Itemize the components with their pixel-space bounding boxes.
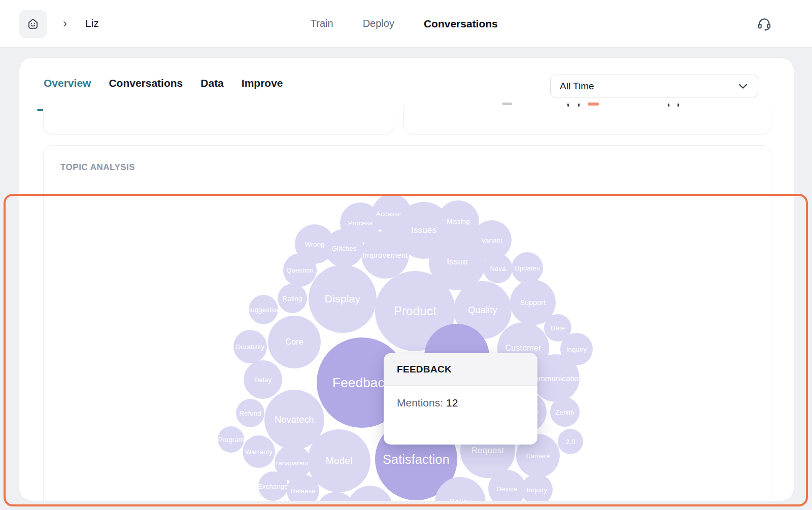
time-filter-value: All Time [560,81,594,92]
bubble-chart: ProcessAccessoryIssuesMissingWrongGlitch… [44,146,771,501]
breadcrumb-chevron-icon: › [63,15,67,31]
stat-card-right-clipped [403,107,771,134]
legend-fragment-orange-swatch [588,103,599,106]
tab-overview[interactable]: Overview [44,77,91,89]
time-filter-dropdown[interactable]: All Time [550,75,758,97]
bubble-refund[interactable]: Refund [236,399,264,427]
legend-fragment-paren [668,104,670,107]
legend-fragment-paren [567,104,569,107]
house-smiley-icon [26,17,40,31]
bubble-communication[interactable]: Communication [532,354,580,402]
tooltip-header: FEEDBACK [384,353,537,386]
tab-data[interactable]: Data [200,77,224,89]
tooltip-title: FEEDBACK [397,364,452,375]
bubble-rating[interactable]: Rating [278,284,307,313]
bubble-inquiry[interactable]: Inquiry [521,474,553,501]
bubble-durability[interactable]: Durability [233,330,267,363]
page: › Liz Train Deploy Conversations Overvie… [0,0,812,510]
bubble-nova[interactable]: Nova [483,254,513,283]
tooltip-body: Mentions:12 [384,386,537,409]
tab-improve[interactable]: Improve [242,77,283,89]
top-nav-links: Train Deploy Conversations [311,0,498,47]
bubble-warranty[interactable]: Warranty [243,435,275,468]
bubble-glitches[interactable]: Glitches [325,229,363,267]
bubble-improvement[interactable]: Improvement [361,231,409,279]
bubble-device[interactable]: Device [488,470,526,501]
topic-analysis-card: TOPIC ANALYSIS ProcessAccessoryIssuesMis… [43,145,771,501]
bubble-2-0[interactable]: 2.0 [558,429,583,454]
tooltip-metric-label: Mentions: [397,397,443,409]
chevron-down-icon [738,83,748,89]
nav-item-train[interactable]: Train [311,18,333,29]
support-button[interactable] [756,16,772,32]
tab-conversations[interactable]: Conversations [109,77,183,89]
bubble-exchange[interactable]: Exchange [258,471,288,501]
bubble-program[interactable]: Program [218,426,244,453]
bubble-core[interactable]: Core [268,316,321,368]
conversations-panel: Overview Conversations Data Improve All … [19,57,794,501]
bubble-updates[interactable]: Updates [512,252,543,284]
headset-icon [757,16,772,31]
nav-item-conversations[interactable]: Conversations [424,18,498,30]
legend-fragment-paren [678,104,680,107]
bubble-delay[interactable]: Delay [244,360,282,399]
breadcrumb-agent-name[interactable]: Liz [85,17,99,29]
legend-fragment-paren [578,104,580,107]
stat-card-left-clipped [43,107,393,134]
top-nav-bar: › Liz Train Deploy Conversations [0,0,812,48]
nav-item-deploy[interactable]: Deploy [363,18,394,29]
tooltip-metric-value: 12 [446,397,458,409]
home-logo-button[interactable] [19,10,47,38]
panel-tabs: Overview Conversations Data Improve [44,77,283,89]
bubble-display[interactable]: Display [309,265,377,333]
chart-tooltip: FEEDBACK Mentions:12 [384,353,537,445]
legend-fragment-gray-swatch [502,103,512,105]
bubble-question[interactable]: Question [283,253,317,287]
bubble-zenith[interactable]: Zenith [550,397,580,427]
bubble-suggestion[interactable]: Suggestion [249,295,278,324]
